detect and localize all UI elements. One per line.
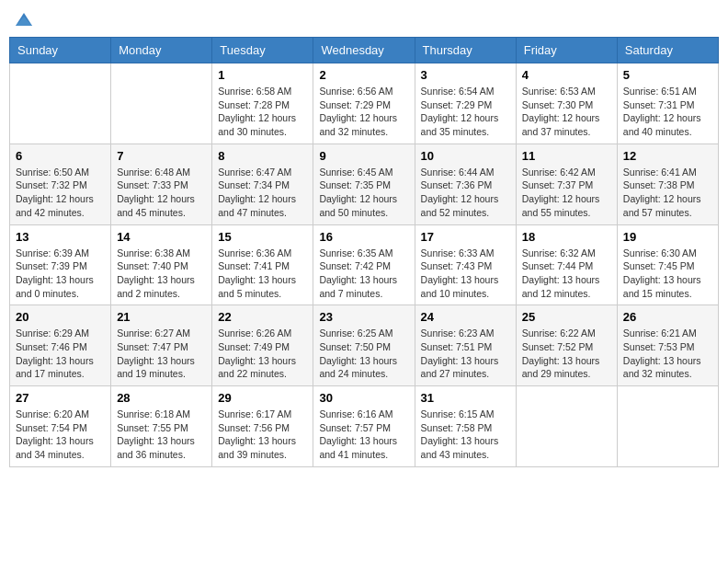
calendar-cell: 30Sunrise: 6:16 AM Sunset: 7:57 PM Dayli… (313, 386, 415, 467)
svg-marker-1 (16, 17, 32, 26)
day-info: Sunrise: 6:33 AM Sunset: 7:43 PM Dayligh… (421, 247, 510, 301)
day-number: 9 (319, 149, 408, 163)
day-of-week-header: Friday (516, 38, 617, 63)
calendar-cell: 12Sunrise: 6:41 AM Sunset: 7:38 PM Dayli… (617, 144, 718, 224)
day-number: 7 (117, 149, 206, 163)
day-of-week-header: Monday (111, 38, 212, 63)
calendar-cell: 20Sunrise: 6:29 AM Sunset: 7:46 PM Dayli… (10, 305, 111, 386)
calendar-week-row: 27Sunrise: 6:20 AM Sunset: 7:54 PM Dayli… (10, 386, 719, 467)
day-number: 25 (522, 310, 611, 324)
logo (14, 9, 38, 29)
day-of-week-header: Thursday (415, 38, 516, 63)
day-info: Sunrise: 6:45 AM Sunset: 7:35 PM Dayligh… (319, 166, 408, 220)
day-info: Sunrise: 6:56 AM Sunset: 7:29 PM Dayligh… (319, 85, 408, 139)
calendar-cell: 24Sunrise: 6:23 AM Sunset: 7:51 PM Dayli… (415, 305, 516, 386)
day-info: Sunrise: 6:39 AM Sunset: 7:39 PM Dayligh… (16, 247, 105, 301)
day-number: 28 (117, 391, 206, 405)
calendar-week-row: 6Sunrise: 6:50 AM Sunset: 7:32 PM Daylig… (10, 144, 719, 224)
day-info: Sunrise: 6:50 AM Sunset: 7:32 PM Dayligh… (16, 166, 105, 220)
calendar-week-row: 20Sunrise: 6:29 AM Sunset: 7:46 PM Dayli… (10, 305, 719, 386)
day-number: 17 (421, 230, 510, 244)
day-info: Sunrise: 6:48 AM Sunset: 7:33 PM Dayligh… (117, 166, 206, 220)
calendar: SundayMondayTuesdayWednesdayThursdayFrid… (9, 37, 719, 467)
day-info: Sunrise: 6:20 AM Sunset: 7:54 PM Dayligh… (16, 408, 105, 462)
day-info: Sunrise: 6:17 AM Sunset: 7:56 PM Dayligh… (218, 408, 307, 462)
day-number: 24 (421, 310, 510, 324)
calendar-cell: 3Sunrise: 6:54 AM Sunset: 7:29 PM Daylig… (415, 63, 516, 144)
day-info: Sunrise: 6:21 AM Sunset: 7:53 PM Dayligh… (623, 327, 712, 381)
day-number: 13 (16, 230, 105, 244)
day-info: Sunrise: 6:47 AM Sunset: 7:34 PM Dayligh… (218, 166, 307, 220)
day-number: 22 (218, 310, 307, 324)
calendar-cell: 21Sunrise: 6:27 AM Sunset: 7:47 PM Dayli… (111, 305, 212, 386)
day-number: 14 (117, 230, 206, 244)
calendar-cell: 13Sunrise: 6:39 AM Sunset: 7:39 PM Dayli… (10, 224, 111, 305)
calendar-cell: 17Sunrise: 6:33 AM Sunset: 7:43 PM Dayli… (415, 224, 516, 305)
day-info: Sunrise: 6:18 AM Sunset: 7:55 PM Dayligh… (117, 408, 206, 462)
day-number: 30 (319, 391, 408, 405)
calendar-cell: 14Sunrise: 6:38 AM Sunset: 7:40 PM Dayli… (111, 224, 212, 305)
day-info: Sunrise: 6:25 AM Sunset: 7:50 PM Dayligh… (319, 327, 408, 381)
calendar-cell: 5Sunrise: 6:51 AM Sunset: 7:31 PM Daylig… (617, 63, 718, 144)
day-number: 10 (421, 149, 510, 163)
day-info: Sunrise: 6:15 AM Sunset: 7:58 PM Dayligh… (421, 408, 510, 462)
day-number: 21 (117, 310, 206, 324)
calendar-cell: 16Sunrise: 6:35 AM Sunset: 7:42 PM Dayli… (313, 224, 415, 305)
calendar-cell: 8Sunrise: 6:47 AM Sunset: 7:34 PM Daylig… (212, 144, 313, 224)
day-info: Sunrise: 6:58 AM Sunset: 7:28 PM Dayligh… (218, 85, 307, 139)
day-info: Sunrise: 6:29 AM Sunset: 7:46 PM Dayligh… (16, 327, 105, 381)
day-number: 18 (522, 230, 611, 244)
day-number: 3 (421, 68, 510, 82)
calendar-cell (516, 386, 617, 467)
day-number: 20 (16, 310, 105, 324)
day-of-week-header: Sunday (10, 38, 111, 63)
day-number: 12 (623, 149, 712, 163)
calendar-cell: 1Sunrise: 6:58 AM Sunset: 7:28 PM Daylig… (212, 63, 313, 144)
day-info: Sunrise: 6:44 AM Sunset: 7:36 PM Dayligh… (421, 166, 510, 220)
day-number: 16 (319, 230, 408, 244)
calendar-cell: 27Sunrise: 6:20 AM Sunset: 7:54 PM Dayli… (10, 386, 111, 467)
day-info: Sunrise: 6:53 AM Sunset: 7:30 PM Dayligh… (522, 85, 611, 139)
day-number: 6 (16, 149, 105, 163)
day-number: 5 (623, 68, 712, 82)
day-number: 4 (522, 68, 611, 82)
calendar-cell: 31Sunrise: 6:15 AM Sunset: 7:58 PM Dayli… (415, 386, 516, 467)
day-number: 11 (522, 149, 611, 163)
day-info: Sunrise: 6:23 AM Sunset: 7:51 PM Dayligh… (421, 327, 510, 381)
day-info: Sunrise: 6:30 AM Sunset: 7:45 PM Dayligh… (623, 247, 712, 301)
calendar-cell (617, 386, 718, 467)
calendar-cell: 23Sunrise: 6:25 AM Sunset: 7:50 PM Dayli… (313, 305, 415, 386)
day-info: Sunrise: 6:38 AM Sunset: 7:40 PM Dayligh… (117, 247, 206, 301)
day-info: Sunrise: 6:32 AM Sunset: 7:44 PM Dayligh… (522, 247, 611, 301)
day-number: 19 (623, 230, 712, 244)
day-info: Sunrise: 6:35 AM Sunset: 7:42 PM Dayligh… (319, 247, 408, 301)
calendar-cell: 29Sunrise: 6:17 AM Sunset: 7:56 PM Dayli… (212, 386, 313, 467)
day-of-week-header: Saturday (617, 38, 718, 63)
day-info: Sunrise: 6:22 AM Sunset: 7:52 PM Dayligh… (522, 327, 611, 381)
day-of-week-header: Wednesday (313, 38, 415, 63)
calendar-cell: 18Sunrise: 6:32 AM Sunset: 7:44 PM Dayli… (516, 224, 617, 305)
day-number: 8 (218, 149, 307, 163)
day-info: Sunrise: 6:51 AM Sunset: 7:31 PM Dayligh… (623, 85, 712, 139)
calendar-cell: 25Sunrise: 6:22 AM Sunset: 7:52 PM Dayli… (516, 305, 617, 386)
calendar-week-row: 13Sunrise: 6:39 AM Sunset: 7:39 PM Dayli… (10, 224, 719, 305)
day-number: 29 (218, 391, 307, 405)
day-number: 1 (218, 68, 307, 82)
day-info: Sunrise: 6:54 AM Sunset: 7:29 PM Dayligh… (421, 85, 510, 139)
header (9, 9, 719, 29)
calendar-cell: 28Sunrise: 6:18 AM Sunset: 7:55 PM Dayli… (111, 386, 212, 467)
logo-icon (14, 9, 34, 29)
day-number: 15 (218, 230, 307, 244)
calendar-cell: 15Sunrise: 6:36 AM Sunset: 7:41 PM Dayli… (212, 224, 313, 305)
calendar-cell: 10Sunrise: 6:44 AM Sunset: 7:36 PM Dayli… (415, 144, 516, 224)
day-of-week-header: Tuesday (212, 38, 313, 63)
calendar-week-row: 1Sunrise: 6:58 AM Sunset: 7:28 PM Daylig… (10, 63, 719, 144)
day-info: Sunrise: 6:26 AM Sunset: 7:49 PM Dayligh… (218, 327, 307, 381)
day-info: Sunrise: 6:42 AM Sunset: 7:37 PM Dayligh… (522, 166, 611, 220)
day-number: 31 (421, 391, 510, 405)
day-number: 23 (319, 310, 408, 324)
day-number: 26 (623, 310, 712, 324)
day-number: 2 (319, 68, 408, 82)
calendar-cell: 4Sunrise: 6:53 AM Sunset: 7:30 PM Daylig… (516, 63, 617, 144)
day-number: 27 (16, 391, 105, 405)
